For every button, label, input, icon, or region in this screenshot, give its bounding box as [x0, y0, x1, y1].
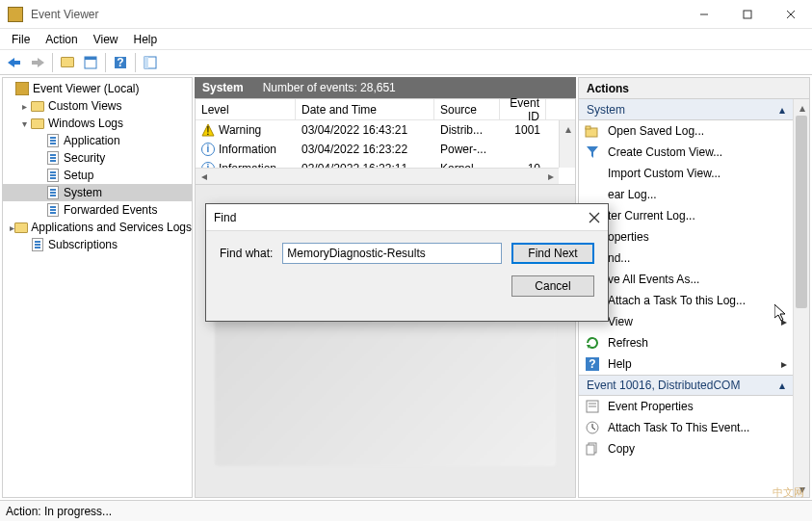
titlebar: Event Viewer [0, 0, 812, 29]
menu-help[interactable]: Help [126, 31, 166, 48]
tree-item-security[interactable]: Security [3, 149, 192, 167]
action-operties[interactable]: operties [579, 226, 793, 248]
scroll-right-icon[interactable]: ▸ [542, 169, 559, 185]
close-icon[interactable] [589, 212, 600, 223]
maximize-button[interactable] [725, 0, 769, 29]
menu-action[interactable]: Action [38, 31, 85, 48]
tree-label: Custom Views [48, 99, 121, 113]
action-event-properties[interactable]: Event Properties [579, 396, 793, 417]
svg-marker-19 [587, 146, 598, 158]
action-import-custom-view-[interactable]: Import Custom View... [579, 163, 793, 184]
expander-icon[interactable]: ▸ [18, 101, 30, 112]
menubar: File Action View Help [0, 29, 812, 50]
action-label: Copy [608, 442, 635, 456]
cursor-icon [774, 304, 790, 324]
back-button[interactable] [4, 52, 25, 73]
svg-rect-9 [85, 57, 96, 60]
scroll-up-icon[interactable]: ▴ [794, 99, 810, 116]
tree-label: Event Viewer (Local) [33, 82, 140, 95]
event-row[interactable]: !Warning03/04/2022 16:43:21Distrib...100… [196, 120, 575, 140]
col-level[interactable]: Level [196, 99, 296, 119]
sub-icon [30, 237, 45, 252]
forward-button[interactable] [27, 52, 48, 73]
grid-header[interactable]: Level Date and Time Source Event ID [196, 99, 575, 120]
svg-rect-14 [15, 82, 29, 95]
tree-item-forwarded-events[interactable]: Forwarded Events [3, 201, 192, 219]
tree-item-windows-logs[interactable]: ▾Windows Logs [3, 115, 192, 132]
tree-label: Windows Logs [48, 117, 123, 130]
action-ve-all-events-as-[interactable]: ve All Events As... [579, 269, 793, 290]
event-row[interactable]: iInformation03/04/2022 16:23:22Power-... [196, 140, 575, 159]
tree-root[interactable]: Event Viewer (Local) [3, 80, 192, 97]
actions-section-header[interactable]: Event 10016, DistributedCOM▴ [579, 375, 793, 396]
help-button[interactable]: ? [110, 52, 131, 73]
h-scrollbar[interactable]: ◂ ▸ [196, 168, 559, 184]
tree-pane[interactable]: Event Viewer (Local) ▸Custom Views▾Windo… [2, 77, 193, 498]
tree-item-setup[interactable]: Setup [3, 167, 192, 184]
v-scrollbar[interactable]: ▴ [559, 120, 575, 168]
find-dialog[interactable]: Find Find what: Find Next Cancel [205, 203, 609, 322]
menu-view[interactable]: View [86, 31, 126, 48]
actions-scrollbar[interactable]: ▴ ▾ [793, 99, 809, 497]
toolbar: ? [0, 50, 812, 75]
filter-icon [585, 144, 600, 160]
statusbar: Action: In progress... [0, 500, 812, 521]
action-label: nd... [608, 251, 630, 265]
action-attach-a-task-to-this-log-[interactable]: Attach a Task To this Log... [579, 290, 793, 311]
collapse-icon[interactable]: ▴ [779, 379, 785, 392]
find-titlebar[interactable]: Find [206, 204, 608, 231]
copy-icon [585, 441, 600, 457]
tree-item-applications-and-services-logs[interactable]: ▸Applications and Services Logs [3, 219, 192, 236]
action-help[interactable]: ?Help▸ [579, 353, 793, 375]
tree-item-application[interactable]: Application [3, 132, 192, 149]
action-attach-task-to-this-event-[interactable]: Attach Task To This Event... [579, 417, 793, 438]
toolbar-btn-2[interactable] [80, 52, 101, 73]
up-button[interactable] [57, 52, 78, 73]
action-ter-current-log-[interactable]: ter Current Log... [579, 205, 793, 226]
find-input[interactable] [282, 243, 502, 264]
tree-item-system[interactable]: System [3, 184, 192, 201]
collapse-icon[interactable]: ▴ [779, 103, 785, 117]
action-view[interactable]: View▸ [579, 311, 793, 332]
scroll-left-icon[interactable]: ◂ [196, 169, 212, 185]
log-icon [45, 202, 61, 218]
watermark: 中文网 [773, 485, 804, 500]
chevron-right-icon: ▸ [781, 357, 787, 371]
close-button[interactable] [769, 0, 812, 29]
expander-icon[interactable]: ▾ [18, 118, 30, 129]
svg-rect-18 [586, 126, 590, 129]
cancel-button[interactable]: Cancel [511, 275, 594, 297]
action-nd-[interactable]: nd... [579, 248, 793, 269]
app-icon [8, 7, 23, 22]
action-label: Event Properties [608, 400, 694, 413]
action-open-saved-log-[interactable]: Open Saved Log... [579, 120, 793, 142]
action-label: Attach a Task To this Log... [608, 294, 746, 307]
col-source[interactable]: Source [434, 99, 500, 119]
col-eventid[interactable]: Event ID [500, 99, 546, 119]
action-label: Import Custom View... [608, 167, 720, 180]
actions-section-header[interactable]: System▴ [579, 99, 793, 120]
tree-label: Security [64, 151, 105, 165]
task-icon [585, 420, 600, 435]
tree-item-subscriptions[interactable]: Subscriptions [3, 236, 192, 253]
col-datetime[interactable]: Date and Time [296, 99, 434, 119]
action-label: Create Custom View... [608, 145, 722, 159]
action-label: ear Log... [608, 188, 657, 201]
toolbar-btn-3[interactable] [140, 52, 161, 73]
scroll-up-icon[interactable]: ▴ [560, 120, 576, 137]
menu-file[interactable]: File [4, 31, 38, 48]
action-copy[interactable]: Copy [579, 438, 793, 459]
prop-icon [585, 399, 600, 414]
events-grid[interactable]: Level Date and Time Source Event ID !War… [195, 98, 576, 185]
action-create-custom-view-[interactable]: Create Custom View... [579, 142, 793, 163]
find-next-button[interactable]: Find Next [511, 243, 594, 264]
action-refresh[interactable]: Refresh [579, 332, 793, 353]
action-ear-log-[interactable]: ear Log... [579, 184, 793, 205]
scrollbar-thumb[interactable] [796, 116, 807, 308]
svg-rect-5 [14, 61, 20, 65]
tree-label: Forwarded Events [64, 203, 157, 217]
minimize-button[interactable] [682, 0, 725, 29]
tree-item-custom-views[interactable]: ▸Custom Views [3, 97, 192, 115]
tree-label: Application [64, 134, 120, 147]
svg-text:?: ? [117, 56, 123, 69]
